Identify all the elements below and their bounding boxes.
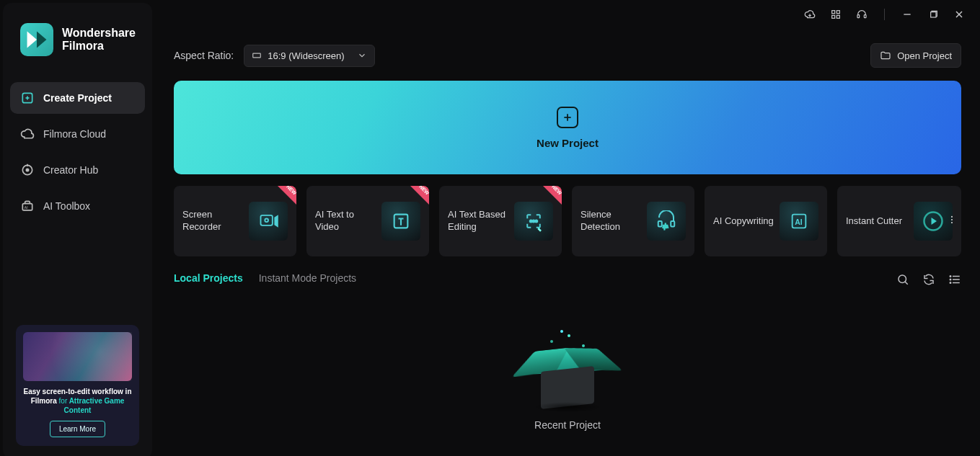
tab-local-projects[interactable]: Local Projects — [174, 272, 243, 287]
sidebar-promo-card[interactable]: Wondershare Filmora Easy screen-to-edit … — [16, 325, 139, 446]
empty-box-illustration — [528, 341, 607, 406]
tab-instant-mode-projects[interactable]: Instant Mode Projects — [259, 272, 356, 287]
main-area: Aspect Ratio: 16:9 (Widescreen) Open Pro… — [155, 0, 980, 456]
content: New Project Screen Recorder AI Text to V… — [155, 81, 980, 445]
svg-line-36 — [905, 282, 908, 285]
refresh-icon[interactable] — [922, 273, 935, 286]
svg-point-40 — [950, 276, 951, 277]
tabs-actions — [896, 273, 961, 286]
svg-point-42 — [950, 282, 951, 284]
svg-point-41 — [950, 279, 951, 280]
empty-state: Recent Project — [174, 298, 961, 431]
empty-state-label: Recent Project — [534, 419, 601, 431]
projects-tabs: Local Projects Instant Mode Projects — [174, 268, 961, 287]
search-icon[interactable] — [896, 273, 909, 286]
promo-learn-more-button[interactable]: Learn More — [50, 421, 105, 437]
promo-text: Easy screen-to-edit workflow in Filmora … — [23, 387, 132, 415]
list-view-icon[interactable] — [948, 273, 961, 286]
promo-visual — [23, 332, 132, 381]
svg-point-35 — [899, 275, 906, 283]
